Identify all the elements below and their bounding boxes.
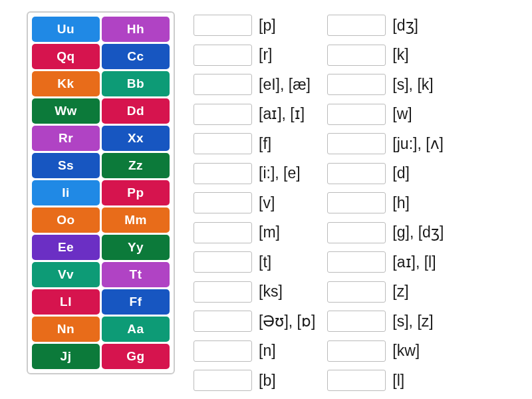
target-row: [s], [z] (327, 307, 444, 335)
target-row: [aɪ], [l] (327, 248, 444, 276)
drop-slot-1-1[interactable] (194, 45, 252, 66)
phonetic-label: [s], [k] (392, 76, 433, 94)
phonetic-label: [h] (392, 194, 410, 212)
drop-slot-1-0[interactable] (194, 15, 252, 36)
drop-slot-2-4[interactable] (327, 133, 386, 154)
target-row: [k] (327, 41, 444, 69)
target-row: [t] (194, 248, 315, 276)
letter-tile-pp[interactable]: Pp (102, 180, 170, 205)
phonetic-label: [v] (259, 194, 275, 212)
phonetic-label: [kw] (392, 342, 420, 360)
phonetic-label: [g], [dʒ] (392, 223, 444, 241)
drop-slot-1-3[interactable] (194, 104, 252, 125)
letter-tile-ss[interactable]: Ss (32, 153, 100, 178)
letter-tile-bb[interactable]: Bb (102, 71, 170, 96)
target-row: [r] (194, 41, 315, 69)
letter-tile-ee[interactable]: Ee (32, 235, 100, 260)
letter-tile-qq[interactable]: Qq (32, 44, 100, 69)
letter-tile-ii[interactable]: Ii (32, 180, 100, 205)
phonetic-label: [eI], [æ] (259, 76, 311, 94)
drop-slot-1-7[interactable] (194, 222, 252, 243)
letter-tile-tt[interactable]: Tt (102, 262, 170, 287)
drop-slot-1-11[interactable] (194, 340, 252, 362)
letter-tile-yy[interactable]: Yy (102, 235, 170, 260)
letter-tile-oo[interactable]: Oo (32, 207, 100, 233)
drop-slot-2-0[interactable] (327, 15, 386, 36)
drop-slot-2-3[interactable] (327, 104, 386, 125)
phonetic-label: [p] (259, 17, 276, 35)
letter-tile-rr[interactable]: Rr (32, 126, 100, 151)
letter-tile-ww[interactable]: Ww (32, 98, 100, 124)
targets-area: [p][r][eI], [æ][aɪ], [ɪ][f][i:], [e][v][… (194, 11, 444, 399)
drop-slot-2-11[interactable] (327, 340, 386, 362)
target-column-1: [p][r][eI], [æ][aɪ], [ɪ][f][i:], [e][v][… (194, 11, 315, 399)
letter-tile-cc[interactable]: Cc (102, 44, 170, 69)
drop-slot-2-9[interactable] (327, 281, 386, 303)
phonetic-label: [f] (259, 135, 271, 153)
target-row: [f] (194, 130, 315, 158)
letter-tile-nn[interactable]: Nn (32, 317, 100, 342)
letter-tile-ll[interactable]: Ll (32, 289, 100, 315)
drop-slot-1-4[interactable] (194, 133, 252, 154)
phonetic-label: [r] (259, 46, 272, 64)
letter-tile-gg[interactable]: Gg (102, 344, 170, 369)
letter-tile-mm[interactable]: Mm (102, 207, 170, 233)
target-row: [w] (327, 100, 444, 128)
letter-tile-vv[interactable]: Vv (32, 262, 100, 287)
phonetic-label: [t] (259, 253, 271, 271)
letter-tile-uu[interactable]: Uu (32, 17, 100, 42)
drop-slot-2-6[interactable] (327, 192, 386, 213)
target-row: [g], [dʒ] (327, 219, 444, 247)
target-row: [d] (327, 160, 444, 188)
phonetic-label: [b] (259, 372, 276, 390)
letter-tile-aa[interactable]: Aa (102, 317, 170, 342)
letter-tile-dd[interactable]: Dd (102, 98, 170, 124)
letter-tile-zz[interactable]: Zz (102, 153, 170, 178)
letter-tile-xx[interactable]: Xx (102, 126, 170, 151)
target-row: [s], [k] (327, 70, 444, 98)
drop-slot-2-1[interactable] (327, 45, 386, 66)
phonetic-label: [ju:], [ʌ] (392, 135, 444, 153)
target-row: [kw] (327, 337, 444, 365)
phonetic-label: [s], [z] (392, 313, 433, 331)
phonetic-label: [k] (392, 46, 408, 64)
letter-tile-hh[interactable]: Hh (102, 17, 170, 42)
target-row: [m] (194, 219, 315, 247)
target-row: [l] (327, 366, 444, 394)
drop-slot-2-2[interactable] (327, 74, 386, 95)
drop-slot-1-2[interactable] (194, 74, 252, 95)
drop-slot-2-7[interactable] (327, 222, 386, 243)
drop-slot-2-10[interactable] (327, 311, 386, 332)
target-row: [eI], [æ] (194, 70, 315, 98)
phonetic-label: [z] (392, 283, 408, 301)
drop-slot-2-5[interactable] (327, 163, 386, 184)
drop-slot-2-12[interactable] (327, 370, 386, 391)
target-row: [ks] (194, 278, 315, 306)
drop-slot-1-10[interactable] (194, 311, 252, 332)
phonetic-label: [Əʊ], [ɒ] (259, 313, 315, 331)
target-row: [i:], [e] (194, 160, 315, 188)
phonetic-label: [m] (259, 223, 280, 241)
phonetic-label: [n] (259, 342, 276, 360)
phonetic-label: [dʒ] (392, 17, 418, 35)
target-row: [p] (194, 11, 315, 39)
letter-tile-ff[interactable]: Ff (102, 289, 170, 315)
drop-slot-1-5[interactable] (194, 163, 252, 184)
target-row: [aɪ], [ɪ] (194, 100, 315, 128)
target-row: [v] (194, 189, 315, 217)
drop-slot-1-9[interactable] (194, 281, 252, 303)
drop-slot-2-8[interactable] (327, 251, 386, 273)
target-row: [Əʊ], [ɒ] (194, 307, 315, 335)
phonetic-label: [w] (392, 105, 412, 123)
target-row: [n] (194, 337, 315, 365)
drop-slot-1-6[interactable] (194, 192, 252, 213)
phonetic-label: [i:], [e] (259, 164, 301, 182)
letter-tile-jj[interactable]: Jj (32, 344, 100, 369)
target-row: [z] (327, 278, 444, 306)
phonetic-label: [aɪ], [l] (392, 253, 436, 271)
drop-slot-1-8[interactable] (194, 251, 252, 273)
letter-tile-kk[interactable]: Kk (32, 71, 100, 96)
target-row: [dʒ] (327, 11, 444, 39)
drop-slot-1-12[interactable] (194, 370, 252, 391)
phonetic-label: [d] (392, 164, 410, 182)
